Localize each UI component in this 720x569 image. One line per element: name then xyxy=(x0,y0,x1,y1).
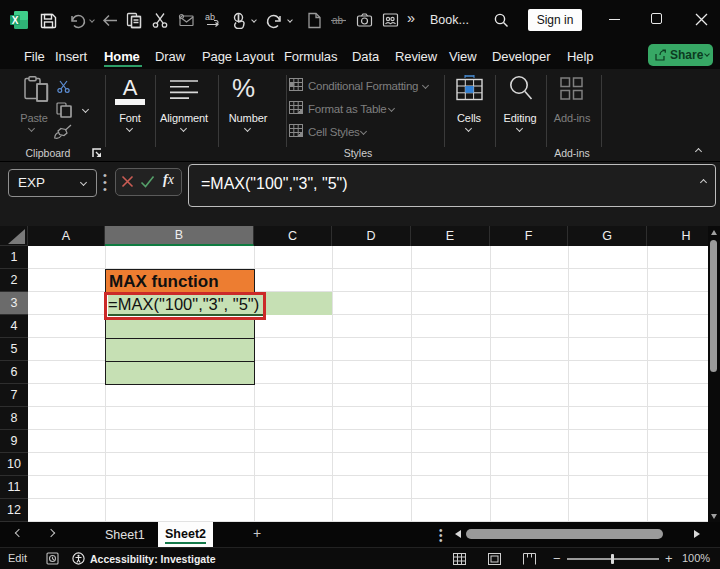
svg-text:X: X xyxy=(12,15,19,26)
svg-text:ab: ab xyxy=(205,12,215,22)
